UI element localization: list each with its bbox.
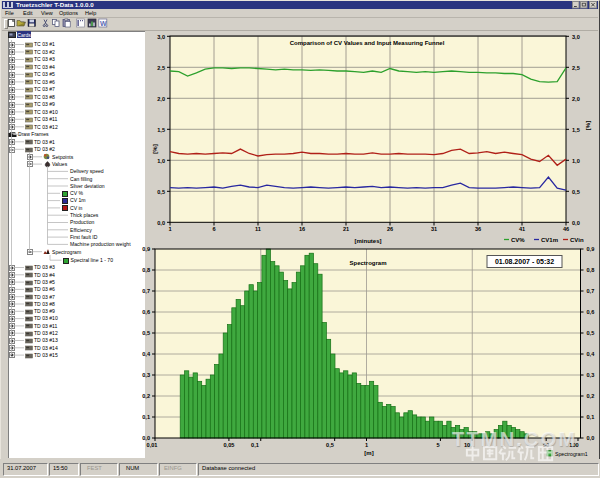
svg-text:2,0: 2,0 [157,96,165,102]
svg-text:CV1m: CV1m [541,237,558,243]
svg-text:01.08.2007 - 05:32: 01.08.2007 - 05:32 [495,258,554,265]
svg-text:0,2: 0,2 [587,393,595,399]
svg-text:Spectrogram: Spectrogram [349,260,386,266]
svg-text:2,5: 2,5 [157,65,165,71]
svg-text:11: 11 [255,226,261,232]
svg-text:0,5: 0,5 [157,189,165,195]
svg-text:0,0: 0,0 [572,220,580,226]
svg-text:0,6: 0,6 [587,309,595,315]
svg-text:2,0: 2,0 [572,96,580,102]
svg-text:6: 6 [212,226,215,232]
svg-text:0,0: 0,0 [587,435,595,441]
svg-text:1,5: 1,5 [572,127,580,133]
svg-text:2,5: 2,5 [572,65,580,71]
svg-text:5: 5 [436,442,439,448]
svg-text:0,0: 0,0 [157,220,165,226]
svg-text:CV%: CV% [511,237,525,243]
svg-text:0,7: 0,7 [587,288,595,294]
svg-text:[%]: [%] [585,121,591,130]
svg-text:0,1: 0,1 [587,414,595,420]
svg-text:3,0: 3,0 [572,34,580,40]
svg-text:0,01: 0,01 [147,442,158,448]
svg-text:36: 36 [475,226,481,232]
svg-text:[minutes]: [minutes] [355,238,382,244]
svg-text:21: 21 [343,226,349,232]
svg-text:0,5: 0,5 [587,330,595,336]
svg-text:0,3: 0,3 [587,372,595,378]
svg-text:0,8: 0,8 [587,267,595,273]
svg-text:26: 26 [387,226,393,232]
svg-text:[m]: [m] [364,450,373,456]
svg-text:1,0: 1,0 [572,158,580,164]
svg-text:1: 1 [365,442,368,448]
svg-text:31: 31 [431,226,437,232]
svg-text:[%]: [%] [152,144,158,153]
svg-text:Comparison of CV Values and In: Comparison of CV Values and Input Measur… [290,40,445,46]
svg-text:0,1: 0,1 [251,442,259,448]
svg-text:41: 41 [519,226,525,232]
svg-text:1,5: 1,5 [157,127,165,133]
svg-text:0,5: 0,5 [326,442,334,448]
svg-text:1,0: 1,0 [157,158,165,164]
svg-text:0,5: 0,5 [572,189,580,195]
svg-text:1: 1 [168,226,171,232]
svg-text:CVin: CVin [570,237,584,243]
svg-text:3,0: 3,0 [157,34,165,40]
svg-text:0,05: 0,05 [223,442,234,448]
svg-text:0,4: 0,4 [587,351,596,357]
svg-text:46: 46 [563,226,569,232]
svg-text:16: 16 [299,226,305,232]
svg-text:0,9: 0,9 [587,246,595,252]
